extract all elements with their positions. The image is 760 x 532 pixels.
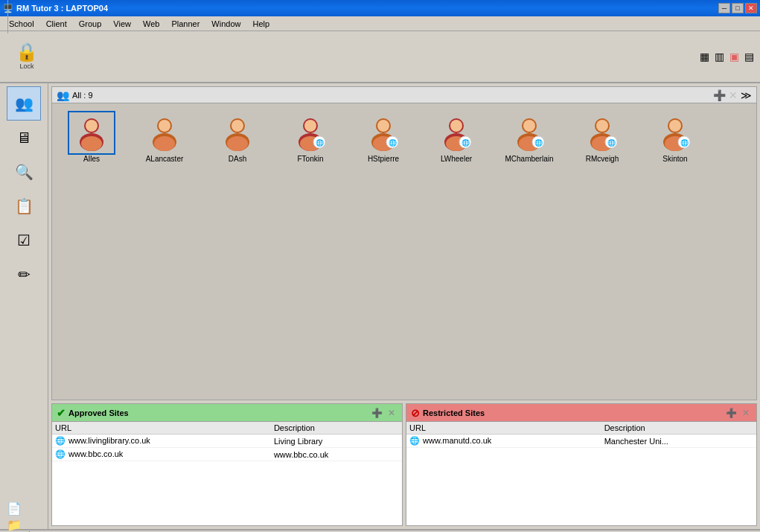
student-item[interactable]: 🌐 RMcveigh xyxy=(569,109,636,394)
student-item[interactable]: DAsh xyxy=(204,109,271,394)
svg-point-32 xyxy=(523,120,535,132)
remove-approved-icon[interactable]: ✕ xyxy=(386,407,397,419)
menu-item-web[interactable]: Web xyxy=(137,18,165,30)
remove-student-icon[interactable]: ✕ xyxy=(729,89,738,101)
approved-sites-table: URL Description 🌐www.livinglibrary.co.uk… xyxy=(52,422,402,461)
svg-point-38 xyxy=(596,120,608,132)
menu-item-planner[interactable]: Planner xyxy=(165,18,205,30)
main-area: 👥🖥🔍📋☑✏ 👥 All : 9 ➕ ✕ ≫ AIles xyxy=(0,83,760,529)
student-name-RMcveigh: RMcveigh xyxy=(586,155,619,163)
menu-item-help[interactable]: Help xyxy=(246,18,275,30)
svg-point-6 xyxy=(159,120,170,132)
menu-item-group[interactable]: Group xyxy=(73,18,108,30)
student-item[interactable]: 🌐 MChamberlain xyxy=(496,109,563,394)
taskbar-icon-0[interactable]: 📄 xyxy=(6,500,22,516)
svg-text:🌐: 🌐 xyxy=(534,138,543,147)
svg-point-7 xyxy=(154,136,175,151)
remove-restricted-icon[interactable]: ✕ xyxy=(740,407,752,419)
approved-desc-cell: Living Library xyxy=(271,435,402,448)
approved-sites-table-container: URL Description 🌐www.livinglibrary.co.uk… xyxy=(52,422,402,525)
student-name-ALancaster: ALancaster xyxy=(146,155,184,163)
restricted-site-row[interactable]: 🌐www.manutd.co.uk Manchester Uni... xyxy=(406,435,756,448)
svg-text:🌐: 🌐 xyxy=(389,138,397,147)
student-avatar-AIles xyxy=(69,112,114,153)
student-name-Skinton: Skinton xyxy=(662,155,687,163)
close-button[interactable]: ✕ xyxy=(745,3,757,13)
student-name-FTonkin: FTonkin xyxy=(297,155,323,163)
add-student-icon[interactable]: ➕ xyxy=(713,89,726,101)
view-icon-3[interactable]: ▣ xyxy=(727,50,741,63)
approved-sites-title-area: ✔ Approved Sites xyxy=(57,407,129,419)
student-item[interactable]: 🌐 FTonkin xyxy=(277,109,344,394)
approved-url-cell: 🌐www.bbc.co.uk xyxy=(52,448,271,461)
restricted-sites-controls[interactable]: ➕ ✕ xyxy=(725,407,752,419)
restricted-sites-header: ⊘ Restricted Sites ➕ ✕ xyxy=(406,404,756,422)
student-avatar-MChamberlain: 🌐 xyxy=(507,112,552,153)
svg-point-11 xyxy=(227,136,248,151)
approved-sites-body: 🌐www.livinglibrary.co.uk Living Library … xyxy=(52,435,402,461)
student-avatar-Skinton: 🌐 xyxy=(653,112,697,153)
restricted-sites-table-container: URL Description 🌐www.manutd.co.uk Manche… xyxy=(406,422,756,525)
student-avatar-ALancaster xyxy=(142,112,187,153)
approved-sites-title: Approved Sites xyxy=(68,408,129,417)
sidebar-monitor-icon[interactable]: 🖥 xyxy=(7,121,41,155)
taskbar: 📄📁🌐✅❌ xyxy=(0,529,760,532)
menubar: SchoolClientGroupViewWebPlannerWindowHel… xyxy=(0,16,760,31)
menu-item-view[interactable]: View xyxy=(107,18,137,30)
svg-point-20 xyxy=(377,120,389,132)
toolbar-sep-7 xyxy=(7,0,8,33)
view-icon-4[interactable]: ▤ xyxy=(742,50,756,63)
student-item[interactable]: ALancaster xyxy=(131,109,198,394)
student-avatar-HStpierre: 🌐 xyxy=(361,112,406,153)
add-approved-icon[interactable]: ➕ xyxy=(371,407,383,419)
students-group-icon: 👥 xyxy=(57,89,69,101)
student-name-LWheeler: LWheeler xyxy=(441,155,472,163)
svg-point-14 xyxy=(304,120,316,132)
student-item[interactable]: 🌐 Skinton xyxy=(642,109,709,394)
sidebar-edit-icon[interactable]: ✏ xyxy=(7,257,41,292)
restore-button[interactable]: □ xyxy=(732,3,744,13)
approved-site-row[interactable]: 🌐www.bbc.co.uk www.bbc.co.uk xyxy=(52,448,402,461)
approved-url-cell: 🌐www.livinglibrary.co.uk xyxy=(52,435,271,448)
sidebar-checklist-icon[interactable]: ☑ xyxy=(7,223,41,257)
titlebar-controls[interactable]: ─ □ ✕ xyxy=(718,3,757,13)
approved-desc-cell: www.bbc.co.uk xyxy=(271,448,402,461)
menu-item-window[interactable]: Window xyxy=(205,18,246,30)
sidebar-search-icon[interactable]: 🔍 xyxy=(7,155,41,189)
restricted-sites-body: 🌐www.manutd.co.uk Manchester Uni... xyxy=(406,435,756,448)
toolbar-btn-lock[interactable]: 🔒Lock xyxy=(4,33,49,80)
view-icon-1[interactable]: ▦ xyxy=(697,50,711,63)
student-avatar-FTonkin: 🌐 xyxy=(288,112,333,153)
restricted-url-cell: 🌐www.manutd.co.uk xyxy=(406,435,601,448)
student-name-HStpierre: HStpierre xyxy=(368,155,399,163)
student-item[interactable]: 🌐 HStpierre xyxy=(350,109,417,394)
svg-text:🌐: 🌐 xyxy=(607,138,616,147)
student-avatar-RMcveigh: 🌐 xyxy=(580,112,625,153)
student-name-AIles: AIles xyxy=(83,155,100,163)
students-count: All : 9 xyxy=(72,91,93,100)
student-item[interactable]: 🌐 LWheeler xyxy=(423,109,490,394)
student-avatar-DAsh xyxy=(215,112,260,153)
lock-label: Lock xyxy=(19,63,33,70)
students-header-right: ➕ ✕ ≫ xyxy=(713,89,752,101)
lock-icon: 🔒 xyxy=(16,43,38,61)
students-header: 👥 All : 9 ➕ ✕ ≫ xyxy=(52,87,756,103)
student-avatar-LWheeler: 🌐 xyxy=(434,112,479,153)
options-icon[interactable]: ≫ xyxy=(741,89,752,101)
student-item[interactable]: AIles xyxy=(58,109,125,394)
restricted-desc-col: Description xyxy=(601,422,756,435)
taskbar-icon-1[interactable]: 📁 xyxy=(6,516,22,532)
bottom-panels: ✔ Approved Sites ➕ ✕ URL Description xyxy=(51,403,757,526)
sidebar-group-icon[interactable]: 👥 xyxy=(7,86,41,121)
students-header-left: 👥 All : 9 xyxy=(57,89,93,101)
taskbar-icons: 📄📁🌐✅❌ xyxy=(6,500,22,532)
svg-text:🌐: 🌐 xyxy=(316,138,325,147)
restricted-url-col: URL xyxy=(406,422,601,435)
svg-text:🌐: 🌐 xyxy=(462,138,470,147)
minimize-button[interactable]: ─ xyxy=(718,3,730,13)
sidebar-scan2-icon[interactable]: 📋 xyxy=(7,189,41,223)
view-icon-2[interactable]: ▥ xyxy=(712,50,726,63)
add-restricted-icon[interactable]: ➕ xyxy=(725,407,737,419)
approved-site-row[interactable]: 🌐www.livinglibrary.co.uk Living Library xyxy=(52,435,402,448)
approved-sites-controls[interactable]: ➕ ✕ xyxy=(371,407,397,419)
